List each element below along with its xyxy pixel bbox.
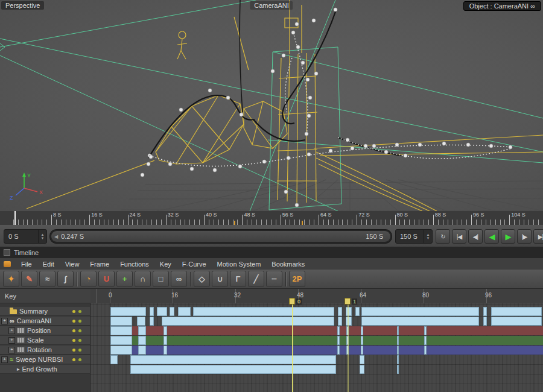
fcurve-mode-icon[interactable]: ∫: [57, 271, 74, 287]
expander-icon[interactable]: +: [8, 347, 15, 353]
menu-file[interactable]: File: [16, 258, 37, 270]
keyframe-segment[interactable]: [491, 307, 542, 316]
preview-range-slider[interactable]: ◀ 0.247 S 150 S: [49, 229, 392, 244]
track-row-scale[interactable]: +Scale: [0, 336, 90, 345]
autokey-icon[interactable]: ✎: [21, 271, 37, 287]
loop-button[interactable]: ↻: [436, 229, 450, 244]
current-time-field[interactable]: 0 S ▲▼: [4, 229, 47, 244]
preview-range-pill[interactable]: ◀ 0.247 S 150 S: [51, 231, 390, 242]
keyframe-segment[interactable]: [483, 317, 487, 326]
keyframe-segment[interactable]: [157, 307, 167, 316]
track-row-rotation[interactable]: +Rotation: [0, 346, 90, 355]
track-toggle-dot[interactable]: [78, 329, 81, 332]
keyframe-segment[interactable]: [361, 346, 363, 355]
keyframe-segment[interactable]: [178, 307, 191, 316]
keyframe-segment[interactable]: [397, 365, 399, 374]
record-keyframe-icon[interactable]: ✦: [3, 271, 19, 287]
keyframe-segment[interactable]: [338, 307, 342, 316]
timeline-menu-icon[interactable]: [4, 261, 11, 267]
keyframe-segment[interactable]: [164, 346, 168, 355]
keyframe-segment[interactable]: [360, 365, 364, 374]
keyframe-segment[interactable]: [483, 307, 487, 316]
keyframe-segment[interactable]: [424, 326, 427, 335]
keyframe-segment[interactable]: [397, 346, 399, 355]
menu-view[interactable]: View: [60, 258, 85, 270]
menu-motion-system[interactable]: Motion System: [212, 258, 267, 270]
keyframe-segment[interactable]: [346, 307, 352, 316]
goto-end-button[interactable]: ▶|: [533, 229, 543, 244]
keyframe-segment[interactable]: [110, 326, 132, 335]
range-left-grip-icon[interactable]: ◀: [51, 234, 61, 239]
sheet-ruler[interactable]: 0163248648096: [91, 289, 543, 304]
keyframe-segment[interactable]: [424, 336, 427, 345]
expander-icon[interactable]: +: [1, 356, 8, 363]
driver-icon[interactable]: ◔: [80, 271, 97, 287]
keyframe-segment[interactable]: [355, 307, 360, 316]
track-toggle-dot[interactable]: [72, 339, 75, 342]
keyframe-segment[interactable]: [346, 336, 349, 345]
keyframe-segment[interactable]: [361, 336, 363, 345]
dope-sheet[interactable]: 0163248648096 01: [91, 289, 543, 392]
snap-magnet-icon[interactable]: U: [98, 271, 115, 287]
time-ruler[interactable]: 8 S16 S24 S32 S40 S48 S56 S64 S72 S80 S8…: [0, 211, 543, 226]
viewport[interactable]: Y X Z Perspective CameraANI Object : Cam…: [0, 0, 543, 212]
menu-bookmarks[interactable]: Bookmarks: [266, 258, 310, 270]
menu-f-curve[interactable]: F-Curve: [177, 258, 212, 270]
keyframe-segment[interactable]: [137, 317, 145, 326]
keyframe-row-scale[interactable]: [91, 336, 543, 345]
expander-icon[interactable]: +: [1, 318, 8, 324]
keyframe-segment[interactable]: [424, 346, 427, 355]
keyframe-segment[interactable]: [361, 326, 363, 335]
track-toggle-dot[interactable]: [78, 310, 81, 313]
play-forward-button[interactable]: ▶: [501, 229, 515, 244]
interp-custom-icon[interactable]: ┄: [266, 271, 282, 287]
keyframe-segment[interactable]: [337, 336, 340, 345]
track-row-sweep-nurbsi[interactable]: +≈Sweep NURBSI: [0, 355, 90, 364]
keyframe-segment[interactable]: [138, 346, 146, 355]
duration-field[interactable]: 150 S ▲▼: [395, 229, 433, 244]
track-toggle-dot[interactable]: [72, 358, 75, 361]
link-keys-icon[interactable]: ∞: [171, 271, 187, 287]
key-panel-header[interactable]: Key: [0, 289, 91, 303]
viewport-name-label[interactable]: Perspective: [1, 1, 44, 10]
track-toggle-dot[interactable]: [78, 320, 81, 323]
track-row-position[interactable]: +Position: [0, 326, 90, 335]
keyframe-segment[interactable]: [138, 326, 146, 335]
prev-frame-button[interactable]: ◀|: [468, 229, 483, 244]
menu-functions[interactable]: Functions: [115, 258, 154, 270]
keyframe-segment[interactable]: [397, 355, 399, 364]
keyframe-segment[interactable]: [164, 326, 168, 335]
sheet-grid[interactable]: [91, 303, 543, 392]
keyframe-segment[interactable]: [346, 326, 349, 335]
key-interpolation-icon[interactable]: ◇: [194, 271, 210, 287]
keyframe-segment[interactable]: [130, 365, 336, 374]
track-toggle-dot[interactable]: [72, 320, 75, 323]
keyframe-segment[interactable]: [110, 307, 146, 316]
expander-icon[interactable]: +: [8, 327, 15, 334]
keyframe-segment[interactable]: [193, 307, 334, 316]
keyframe-segment[interactable]: [110, 317, 132, 326]
keyframe-row-end-growth[interactable]: [91, 365, 543, 374]
keyframe-segment[interactable]: [110, 355, 118, 364]
keyframe-segment[interactable]: [338, 317, 342, 326]
interp-soft-icon[interactable]: ∪: [212, 271, 228, 287]
keyframe-segment[interactable]: [361, 317, 479, 326]
menu-key[interactable]: Key: [154, 258, 177, 270]
keyframe-segment[interactable]: [170, 307, 174, 316]
track-toggle-dot[interactable]: [78, 358, 81, 361]
object-selector[interactable]: Object : CameraANI ∞: [463, 1, 541, 11]
keyframe-segment[interactable]: [150, 317, 154, 326]
track-toggle-dot[interactable]: [72, 310, 75, 313]
track-toggle-dot[interactable]: [78, 349, 81, 352]
menu-edit[interactable]: Edit: [37, 258, 60, 270]
menu-frame[interactable]: Frame: [84, 258, 115, 270]
region-tool-icon[interactable]: ∩: [135, 271, 151, 287]
keyframe-row-cameraani[interactable]: [91, 317, 543, 326]
keyframe-segment[interactable]: [397, 336, 399, 345]
timeline-titlebar[interactable]: Timeline: [0, 247, 543, 259]
keyframe-row-rotation[interactable]: [91, 346, 543, 355]
track-row-cameraani[interactable]: +∞CameraANI: [0, 317, 90, 326]
keyframe-segment[interactable]: [164, 336, 168, 345]
goto-start-button[interactable]: |◀: [452, 229, 466, 244]
track-toggle-dot[interactable]: [72, 349, 75, 352]
